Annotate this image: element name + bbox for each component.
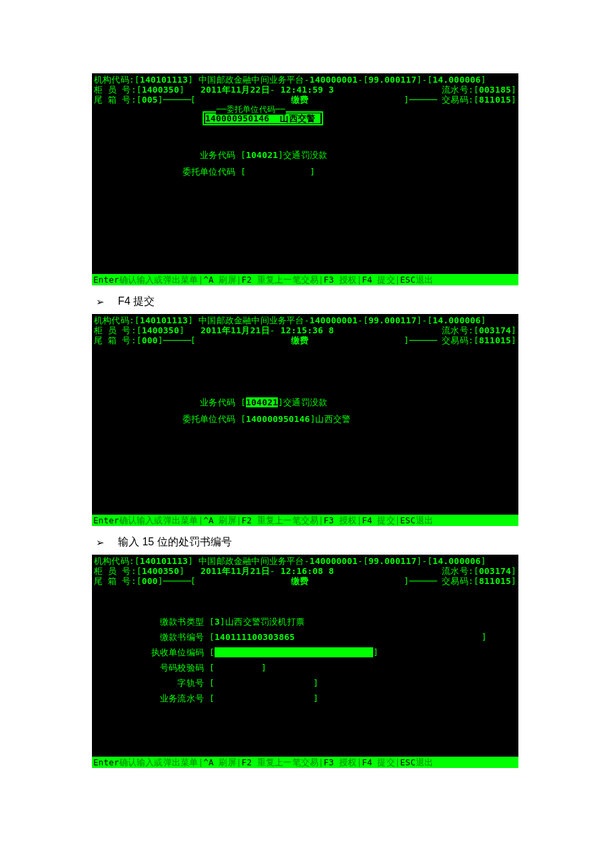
header-block: 机构代码: [140101113] 中国邮政金融中间业务平台- 14000000… [92, 314, 518, 345]
entrust-name: 山西交警 [315, 414, 350, 424]
biz-code-value: 104021 [246, 150, 278, 160]
terminal-screen-2: 机构代码: [140101113] 中国邮政金融中间业务平台- 14000000… [92, 314, 518, 526]
flow-label: 流水号: [442, 85, 474, 95]
biz-flow-input[interactable] [215, 693, 313, 703]
terminal-screen-1: 机构代码: [140101113] 中国邮政金融中间业务平台- 14000000… [92, 73, 518, 285]
caption-1: ➢ F4 提交 [96, 295, 521, 309]
system-title: 中国邮政金融中间业务平台- [199, 75, 309, 85]
biz-code-name: 交通罚没款 [283, 150, 327, 160]
date-value: 2011年11月22日 [201, 85, 270, 95]
book-type-label: 缴款书类型 [99, 617, 204, 627]
check-code-label: 号码校验码 [99, 663, 204, 673]
tail-label: 尾 箱 号: [94, 95, 137, 105]
entrust-code-value[interactable]: 140000950146 [246, 414, 310, 424]
check-code-input[interactable] [215, 663, 261, 673]
track-no-input[interactable] [215, 678, 313, 688]
entrust-popup[interactable]: ──委托单位代码── 140000950146 山西交警 [203, 111, 323, 125]
terminal-screen-3: 机构代码: [140101113] 中国邮政金融中间业务平台- 14000000… [92, 555, 518, 768]
book-no-value[interactable]: 140111100303865 [215, 632, 295, 642]
screen-title: 缴费 [196, 95, 404, 105]
txn-value: 811015 [479, 95, 511, 105]
flow-value: 003185 [479, 85, 511, 95]
receive-unit-label: 执收单位编码 [99, 647, 204, 657]
bullet-icon: ➢ [96, 296, 105, 308]
org-code-value: 140101113 [140, 75, 188, 85]
biz-code-value[interactable]: 104021 [246, 397, 278, 407]
teller-value: 1400350 [142, 85, 179, 95]
book-type-code[interactable]: 3 [215, 617, 220, 627]
time-value: 12:41:59 [281, 85, 323, 95]
caption-2: ➢ 输入 15 位的处罚书编号 [96, 535, 521, 549]
popup-selected-row[interactable]: 140000950146 山西交警 [205, 113, 320, 123]
biz-code-label: 业务代码 [99, 150, 235, 160]
biz-flow-label: 业务流水号 [99, 693, 204, 703]
book-type-name: 山西交警罚没机打票 [225, 617, 305, 627]
footer-bar: Enter确认输入或弹出菜单|^A 刷屏|F2 重复上一笔交易|F3 授权|F4… [92, 757, 518, 768]
org-code-label: 机构代码: [94, 75, 135, 85]
track-no-label: 字轨号 [99, 678, 204, 688]
entrust-code-label: 委托单位代码 [99, 167, 235, 177]
header-block: 机构代码: [140101113] 中国邮政金融中间业务平台- 14000000… [92, 555, 518, 586]
header-block: 机构代码: [140101113] 中国邮政金融中间业务平台- 14000000… [92, 73, 518, 105]
txn-label: 交易码: [442, 95, 474, 105]
receive-unit-input[interactable] [215, 647, 373, 657]
footer-bar: Enter确认输入或弹出菜单|^A 刷屏|F2 重复上一笔交易|F3 授权|F4… [92, 515, 518, 526]
tail-value: 005 [142, 95, 158, 105]
book-no-label: 缴款书编号 [99, 632, 204, 642]
bullet-icon: ➢ [96, 537, 105, 549]
teller-label: 柜 员 号: [94, 85, 137, 95]
entrust-code-input[interactable] [246, 167, 310, 177]
footer-bar: Enter确认输入或弹出菜单|^A 刷屏|F2 重复上一笔交易|F3 授权|F4… [92, 274, 518, 285]
